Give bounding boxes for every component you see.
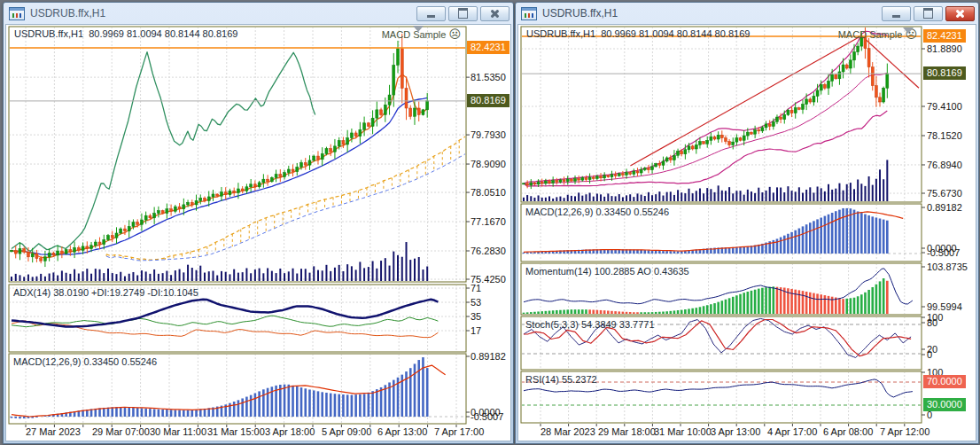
restore-button[interactable] [914, 6, 943, 21]
scale-label: 76.2830 [471, 245, 506, 257]
close-icon [955, 9, 965, 19]
scale-label: -0.5007 [927, 246, 960, 259]
ea-label-text: MACD Sample [838, 29, 903, 40]
date-label: 3 Apr 13:00 [711, 426, 760, 437]
minimize-icon [427, 15, 435, 18]
frown-icon: ☹ [448, 28, 461, 40]
date-label: 6 Apr 08:00 [823, 426, 873, 437]
chart-area[interactable]: USDRUB.ffx,H1 80.9969 81.0094 80.8144 80… [517, 24, 976, 441]
scale-label: 0.89182 [927, 201, 962, 214]
peak-marker-icon [413, 26, 424, 32]
scale-label: 78.0510 [471, 186, 506, 199]
scale-label: 0 [927, 348, 932, 361]
scale-label: 81.5350 [471, 71, 506, 83]
price-badge: 70.0000 [923, 375, 966, 388]
scale-label: 103.8735 [927, 261, 968, 273]
date-label: 7 Apr 17:00 [434, 426, 484, 437]
scale-label: 76.8940 [927, 159, 962, 171]
indicator-header: RSI(14) 55.2372 [525, 374, 597, 385]
scale-label: 0 [927, 409, 932, 421]
scale-label: 35 [471, 310, 481, 323]
scale-label: 78.1520 [927, 129, 962, 142]
date-label: 27 Mar 2023 [26, 426, 81, 437]
titlebar[interactable]: USDRUB.ffx,H1 [4, 3, 513, 24]
date-label: 31 Mar 10:00 [654, 426, 712, 437]
chart-window-icon [521, 7, 537, 20]
indicator-header: Momentum(14) 100.2885 AO 0.43635 [525, 266, 689, 277]
chart-ohlc-header: USDRUB.ffx,H1 80.9969 81.0094 80.8144 80… [14, 28, 237, 39]
chart-area[interactable]: USDRUB.ffx,H1 80.9969 81.0094 80.8144 80… [5, 24, 511, 441]
price-badge: 80.8169 [467, 94, 509, 107]
scale-label: 78.9090 [471, 158, 506, 170]
date-label: 29 Mar 18:00 [598, 426, 656, 437]
restore-button[interactable] [448, 6, 478, 21]
scale-label: 75.6730 [927, 187, 962, 199]
scale-label: 0.89182 [471, 350, 506, 363]
close-icon [490, 9, 500, 19]
peak-marker-icon [903, 27, 914, 34]
minimize-icon [892, 15, 900, 18]
restore-icon [923, 8, 933, 19]
chart-ohlc-header: USDRUB.ffx,H1 80.9969 81.0094 80.8144 80… [526, 28, 750, 39]
price-badge: 82.4231 [923, 29, 966, 43]
price-badge: 80.8169 [923, 66, 966, 80]
scale-label: 79.7930 [471, 129, 506, 141]
date-label: 3 Apr 18:00 [265, 426, 315, 437]
chart-window-inactive[interactable]: USDRUB.ffx,H1 USDRUB.ffx,H1 80.9969 81.0… [3, 2, 514, 444]
scale-label: 77.1670 [471, 215, 506, 228]
scale-label: -0.5007 [471, 410, 503, 423]
date-label: 7 Apr 12:00 [880, 426, 929, 437]
date-label: 29 Mar 07:00 [92, 426, 150, 437]
minimize-button[interactable] [882, 6, 911, 21]
scale-label: 79.4100 [927, 100, 962, 113]
chart-canvas [6, 25, 510, 441]
close-button[interactable] [480, 6, 509, 21]
scale-label: 81.8890 [927, 43, 962, 55]
scale-label: 80 [927, 316, 937, 329]
date-label: 4 Apr 17:00 [767, 426, 817, 437]
indicator-header: MACD(12,26,9) 0.33450 0.55246 [13, 356, 157, 367]
indicator-header: MACD(12,26,9) 0.33450 0.55246 [525, 207, 669, 217]
minimize-button[interactable] [416, 6, 446, 21]
date-label: 28 Mar 2023 [541, 426, 595, 437]
chart-window-icon [9, 7, 25, 20]
date-label: 6 Apr 13:00 [377, 426, 427, 437]
chart-window-active[interactable]: USDRUB.ffx,H1 USDRUB.ffx,H1 80.9969 81.0… [515, 2, 979, 444]
date-label: 30 Mar 11:00 [150, 426, 206, 437]
scale-label: 71 [471, 282, 481, 294]
date-label: 5 Apr 09:00 [322, 426, 371, 437]
indicator-header: Stoch(5,3,3) 54.3849 33.7771 [525, 319, 655, 330]
window-title: USDRUB.ffx,H1 [542, 7, 876, 20]
titlebar[interactable]: USDRUB.ffx,H1 [516, 3, 978, 24]
scale-label: 17 [471, 324, 481, 337]
restore-icon [458, 8, 468, 19]
mdi-desktop: { "icons": {"frown": "☹"}, "windows": [ … [0, 0, 980, 445]
price-badge: 82.4231 [467, 41, 509, 54]
close-button[interactable] [945, 6, 975, 21]
date-label: 31 Mar 15:00 [207, 426, 265, 437]
indicator-header: ADX(14) 38.0190 +DI:19.2749 -DI:10.1045 [13, 287, 198, 298]
scale-label: 53 [471, 296, 481, 308]
window-title: USDRUB.ffx,H1 [30, 7, 411, 20]
